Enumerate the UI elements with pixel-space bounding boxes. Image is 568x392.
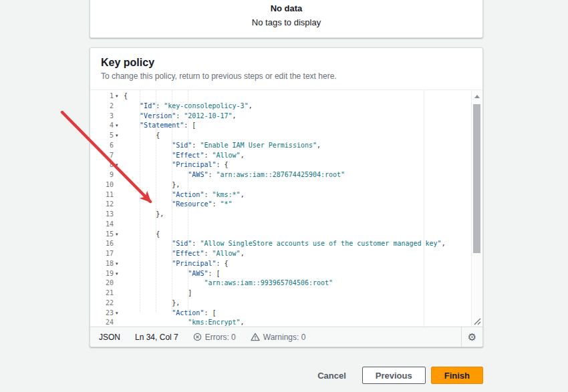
fold-caret-icon[interactable]: ▾ xyxy=(114,269,124,279)
editor-resize-handle-icon[interactable] xyxy=(474,318,481,325)
scrollbar-thumb[interactable] xyxy=(473,104,480,253)
code-lines: 1▾{2 "Id": "key-consolepolicy-3",3 "Vers… xyxy=(90,90,482,327)
policy-code-editor[interactable]: 1▾{2 "Id": "key-consolepolicy-3",3 "Vers… xyxy=(90,89,482,327)
code-line[interactable]: 24 "kms:Encrypt", xyxy=(90,318,482,327)
errors-status: Errors: 0 xyxy=(193,333,236,342)
fold-caret-icon[interactable]: ▾ xyxy=(114,259,124,269)
code-line[interactable]: 14 xyxy=(90,220,482,230)
line-number: 8▾ xyxy=(90,160,124,170)
line-number: 11 xyxy=(90,190,124,200)
no-data-title: No data xyxy=(271,3,303,13)
warning-triangle-icon xyxy=(251,333,260,341)
line-number: 13 xyxy=(90,210,124,220)
errors-count-label: Errors: 0 xyxy=(205,333,236,342)
line-number: 21 xyxy=(90,288,124,299)
code-line[interactable]: 3 "Version": "2012-10-17", xyxy=(90,112,482,122)
cancel-button[interactable]: Cancel xyxy=(317,371,346,381)
line-number: 15▾ xyxy=(90,230,124,240)
line-number: 5▾ xyxy=(90,131,124,141)
code-line[interactable]: 15▾ { xyxy=(90,230,482,240)
code-line[interactable]: 4▾ "Statement": [ xyxy=(90,121,482,131)
line-number: 6 xyxy=(90,141,124,151)
line-number: 24 xyxy=(90,318,124,327)
line-number: 9 xyxy=(90,170,124,180)
line-number: 7 xyxy=(90,151,124,161)
wizard-footer: Cancel Previous Finish xyxy=(90,367,483,384)
line-number: 1▾ xyxy=(90,91,124,102)
fold-caret-icon[interactable]: ▾ xyxy=(114,91,124,102)
fold-caret-icon[interactable]: ▾ xyxy=(114,131,124,141)
code-line[interactable]: 22 }, xyxy=(90,299,482,309)
line-number: 12 xyxy=(90,200,124,210)
code-line[interactable]: 7 "Effect": "Allow", xyxy=(90,151,482,161)
no-tags-message: No tags to display xyxy=(252,17,321,27)
code-line[interactable]: 9 "AWS": "arn:aws:iam::287674425904:root… xyxy=(90,170,482,180)
line-number: 16 xyxy=(90,239,124,249)
warnings-status: Warnings: 0 xyxy=(251,333,306,342)
line-number: 14 xyxy=(90,220,124,230)
line-number: 18▾ xyxy=(90,259,124,269)
key-policy-description: To change this policy, return to previou… xyxy=(101,71,472,81)
code-line[interactable]: 19▾ "AWS": [ xyxy=(90,269,482,279)
code-line[interactable]: 17 "Effect": "Allow", xyxy=(90,249,482,259)
code-line[interactable]: 16 "Sid": "Allow SingleStore accounts us… xyxy=(90,239,482,249)
code-line[interactable]: 6 "Sid": "Enable IAM User Permissions", xyxy=(90,141,482,151)
code-line[interactable]: 8▾ "Principal": { xyxy=(90,160,482,170)
editor-settings-button[interactable]: ⚙ xyxy=(461,327,482,347)
previous-button[interactable]: Previous xyxy=(362,367,426,384)
key-policy-card: Key policy To change this policy, return… xyxy=(90,47,483,347)
code-line[interactable]: 12 "Resource": "*" xyxy=(90,200,482,210)
cursor-position-label: Ln 34, Col 7 xyxy=(135,333,178,342)
code-line[interactable]: 10 }, xyxy=(90,180,482,190)
code-line[interactable]: 18▾ "Principal": { xyxy=(90,259,482,269)
line-number: 23▾ xyxy=(90,309,124,319)
code-line[interactable]: 1▾{ xyxy=(90,91,482,102)
line-number: 22 xyxy=(90,299,124,309)
page: No data No tags to display Key policy To… xyxy=(0,0,568,392)
code-line[interactable]: 20 "arn:aws:iam::993965704506:root" xyxy=(90,278,482,288)
editor-language-label: JSON xyxy=(99,333,120,342)
key-policy-title: Key policy xyxy=(101,57,472,69)
line-number: 4▾ xyxy=(90,121,124,131)
fold-caret-icon[interactable]: ▾ xyxy=(114,160,124,170)
gear-icon: ⚙ xyxy=(468,331,476,343)
code-line[interactable]: 2 "Id": "key-consolepolicy-3", xyxy=(90,102,482,112)
line-number: 19▾ xyxy=(90,269,124,279)
warnings-count-label: Warnings: 0 xyxy=(263,333,306,342)
line-number: 17 xyxy=(90,249,124,259)
key-policy-header: Key policy To change this policy, return… xyxy=(90,48,482,89)
tags-empty-card: No data No tags to display xyxy=(90,0,483,38)
line-number: 10 xyxy=(90,180,124,190)
line-number: 20 xyxy=(90,278,124,288)
scroll-up-arrow-icon[interactable] xyxy=(474,95,480,98)
editor-status-bar: JSON Ln 34, Col 7 Errors: 0 Warnings xyxy=(90,327,482,347)
code-line[interactable]: 23▾ "Action": [ xyxy=(90,309,482,319)
finish-button[interactable]: Finish xyxy=(431,367,483,384)
line-number: 3 xyxy=(90,112,124,122)
fold-caret-icon[interactable]: ▾ xyxy=(114,121,124,131)
code-line[interactable]: 13 }, xyxy=(90,210,482,220)
line-number: 2 xyxy=(90,102,124,112)
editor-vertical-scrollbar[interactable] xyxy=(471,90,482,327)
fold-caret-icon[interactable]: ▾ xyxy=(114,309,124,319)
code-line[interactable]: 5▾ { xyxy=(90,131,482,141)
fold-caret-icon[interactable]: ▾ xyxy=(114,230,124,240)
code-line[interactable]: 11 "Action": "kms:*", xyxy=(90,190,482,200)
code-line[interactable]: 21 ] xyxy=(90,288,482,299)
error-circle-icon xyxy=(193,333,202,341)
